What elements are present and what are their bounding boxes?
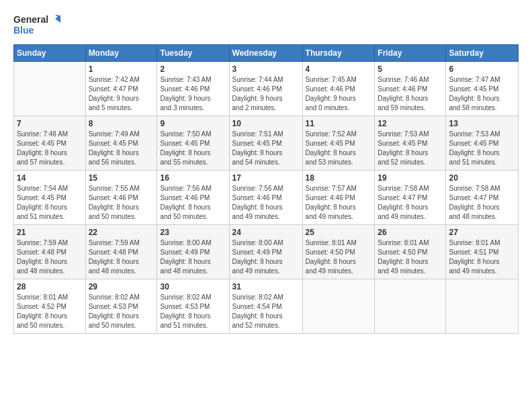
logo: General Blue	[13, 12, 60, 38]
day-info: Sunrise: 8:01 AMSunset: 4:50 PMDaylight:…	[306, 238, 372, 276]
calendar-week-row: 1Sunrise: 7:42 AMSunset: 4:47 PMDaylight…	[14, 62, 519, 116]
day-info: Sunrise: 8:01 AMSunset: 4:50 PMDaylight:…	[378, 238, 443, 276]
day-number: 31	[232, 282, 300, 291]
calendar-day-cell: 27Sunrise: 8:01 AMSunset: 4:51 PMDayligh…	[446, 225, 519, 279]
day-number: 24	[232, 228, 300, 237]
day-number: 23	[160, 228, 226, 237]
calendar-day-cell: 25Sunrise: 8:01 AMSunset: 4:50 PMDayligh…	[302, 225, 375, 279]
day-info: Sunrise: 7:42 AMSunset: 4:47 PMDaylight:…	[89, 75, 154, 113]
calendar-day-cell: 20Sunrise: 7:58 AMSunset: 4:47 PMDayligh…	[446, 171, 519, 225]
day-number: 12	[378, 119, 443, 128]
day-info: Sunrise: 7:54 AMSunset: 4:45 PMDaylight:…	[17, 184, 83, 222]
day-info: Sunrise: 8:00 AMSunset: 4:49 PMDaylight:…	[160, 238, 226, 276]
day-info: Sunrise: 7:59 AMSunset: 4:48 PMDaylight:…	[89, 238, 154, 276]
calendar-day-cell: 9Sunrise: 7:50 AMSunset: 4:45 PMDaylight…	[157, 116, 229, 171]
day-info: Sunrise: 7:58 AMSunset: 4:47 PMDaylight:…	[378, 184, 443, 222]
calendar-week-row: 28Sunrise: 8:01 AMSunset: 4:52 PMDayligh…	[14, 279, 519, 334]
calendar-day-cell: 12Sunrise: 7:53 AMSunset: 4:45 PMDayligh…	[375, 116, 446, 171]
calendar-day-cell: 24Sunrise: 8:00 AMSunset: 4:49 PMDayligh…	[229, 225, 302, 279]
calendar-day-cell: 8Sunrise: 7:49 AMSunset: 4:45 PMDaylight…	[85, 116, 157, 171]
logo-svg: General Blue	[13, 12, 60, 38]
calendar-day-cell: 5Sunrise: 7:46 AMSunset: 4:46 PMDaylight…	[375, 62, 446, 116]
day-info: Sunrise: 7:56 AMSunset: 4:46 PMDaylight:…	[232, 184, 300, 222]
day-info: Sunrise: 7:46 AMSunset: 4:46 PMDaylight:…	[378, 75, 443, 113]
day-number: 13	[449, 119, 515, 128]
day-info: Sunrise: 7:58 AMSunset: 4:47 PMDaylight:…	[449, 184, 515, 222]
day-number: 15	[89, 173, 154, 183]
day-number: 20	[449, 173, 515, 183]
calendar-day-header: Tuesday	[157, 45, 229, 62]
calendar-day-cell	[446, 279, 519, 334]
day-info: Sunrise: 7:50 AMSunset: 4:45 PMDaylight:…	[160, 130, 226, 167]
calendar-table: SundayMondayTuesdayWednesdayThursdayFrid…	[13, 44, 519, 334]
calendar-day-cell: 11Sunrise: 7:52 AMSunset: 4:45 PMDayligh…	[302, 116, 375, 171]
day-info: Sunrise: 8:00 AMSunset: 4:49 PMDaylight:…	[232, 238, 300, 276]
calendar-day-header: Monday	[85, 45, 157, 62]
day-number: 7	[17, 119, 83, 128]
day-number: 26	[378, 228, 443, 237]
day-info: Sunrise: 8:02 AMSunset: 4:53 PMDaylight:…	[89, 293, 154, 330]
day-number: 3	[232, 64, 300, 74]
day-number: 28	[17, 282, 83, 291]
day-number: 27	[449, 228, 515, 237]
calendar-day-header: Thursday	[302, 45, 375, 62]
calendar-week-row: 14Sunrise: 7:54 AMSunset: 4:45 PMDayligh…	[14, 171, 519, 225]
calendar-day-cell: 21Sunrise: 7:59 AMSunset: 4:48 PMDayligh…	[14, 225, 86, 279]
day-number: 14	[17, 173, 83, 183]
calendar-day-cell: 30Sunrise: 8:02 AMSunset: 4:53 PMDayligh…	[157, 279, 229, 334]
calendar-day-cell: 6Sunrise: 7:47 AMSunset: 4:45 PMDaylight…	[446, 62, 519, 116]
day-number: 19	[378, 173, 443, 183]
day-number: 21	[17, 228, 83, 237]
calendar-header-row: SundayMondayTuesdayWednesdayThursdayFrid…	[14, 45, 519, 62]
calendar-day-cell: 15Sunrise: 7:55 AMSunset: 4:46 PMDayligh…	[85, 171, 157, 225]
day-info: Sunrise: 8:02 AMSunset: 4:53 PMDaylight:…	[160, 293, 226, 330]
calendar-day-cell: 19Sunrise: 7:58 AMSunset: 4:47 PMDayligh…	[375, 171, 446, 225]
day-number: 11	[306, 119, 372, 128]
calendar-day-cell: 7Sunrise: 7:48 AMSunset: 4:45 PMDaylight…	[14, 116, 86, 171]
day-number: 29	[89, 282, 154, 291]
day-number: 4	[306, 64, 372, 74]
day-info: Sunrise: 7:44 AMSunset: 4:46 PMDaylight:…	[232, 75, 300, 113]
day-info: Sunrise: 7:56 AMSunset: 4:46 PMDaylight:…	[160, 184, 226, 222]
day-number: 17	[232, 173, 300, 183]
day-number: 30	[160, 282, 226, 291]
calendar-day-cell: 10Sunrise: 7:51 AMSunset: 4:45 PMDayligh…	[229, 116, 302, 171]
calendar-day-header: Saturday	[446, 45, 519, 62]
calendar-day-cell: 16Sunrise: 7:56 AMSunset: 4:46 PMDayligh…	[157, 171, 229, 225]
calendar-day-cell	[375, 279, 446, 334]
calendar-day-cell: 13Sunrise: 7:53 AMSunset: 4:45 PMDayligh…	[446, 116, 519, 171]
calendar-day-cell: 2Sunrise: 7:43 AMSunset: 4:46 PMDaylight…	[157, 62, 229, 116]
day-info: Sunrise: 7:53 AMSunset: 4:45 PMDaylight:…	[378, 130, 443, 167]
day-number: 5	[378, 64, 443, 74]
day-number: 16	[160, 173, 226, 183]
day-number: 8	[89, 119, 154, 128]
calendar-day-cell: 18Sunrise: 7:57 AMSunset: 4:46 PMDayligh…	[302, 171, 375, 225]
day-info: Sunrise: 7:47 AMSunset: 4:45 PMDaylight:…	[449, 75, 515, 113]
calendar-day-cell: 1Sunrise: 7:42 AMSunset: 4:47 PMDaylight…	[85, 62, 157, 116]
day-info: Sunrise: 8:01 AMSunset: 4:52 PMDaylight:…	[17, 293, 83, 330]
day-number: 10	[232, 119, 300, 128]
day-info: Sunrise: 8:02 AMSunset: 4:54 PMDaylight:…	[232, 293, 300, 330]
calendar-day-header: Sunday	[14, 45, 86, 62]
day-number: 9	[160, 119, 226, 128]
day-number: 2	[160, 64, 226, 74]
day-number: 25	[306, 228, 372, 237]
day-info: Sunrise: 7:55 AMSunset: 4:46 PMDaylight:…	[89, 184, 154, 222]
calendar-week-row: 7Sunrise: 7:48 AMSunset: 4:45 PMDaylight…	[14, 116, 519, 171]
day-info: Sunrise: 7:57 AMSunset: 4:46 PMDaylight:…	[306, 184, 372, 222]
header: General Blue	[13, 12, 519, 38]
calendar-day-cell	[14, 62, 86, 116]
calendar-day-cell: 23Sunrise: 8:00 AMSunset: 4:49 PMDayligh…	[157, 225, 229, 279]
calendar-day-cell	[302, 279, 375, 334]
day-number: 18	[306, 173, 372, 183]
calendar-week-row: 21Sunrise: 7:59 AMSunset: 4:48 PMDayligh…	[14, 225, 519, 279]
day-info: Sunrise: 8:01 AMSunset: 4:51 PMDaylight:…	[449, 238, 515, 276]
day-info: Sunrise: 7:59 AMSunset: 4:48 PMDaylight:…	[17, 238, 83, 276]
svg-text:Blue: Blue	[13, 25, 34, 36]
day-info: Sunrise: 7:53 AMSunset: 4:45 PMDaylight:…	[449, 130, 515, 167]
day-number: 22	[89, 228, 154, 237]
calendar-day-cell: 26Sunrise: 8:01 AMSunset: 4:50 PMDayligh…	[375, 225, 446, 279]
calendar-day-cell: 22Sunrise: 7:59 AMSunset: 4:48 PMDayligh…	[85, 225, 157, 279]
calendar-day-header: Wednesday	[229, 45, 302, 62]
calendar-day-cell: 28Sunrise: 8:01 AMSunset: 4:52 PMDayligh…	[14, 279, 86, 334]
